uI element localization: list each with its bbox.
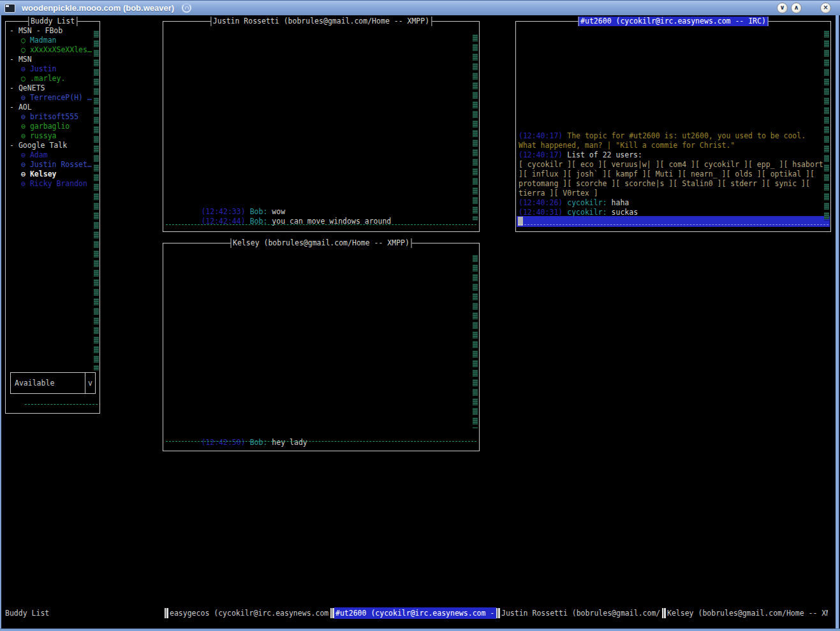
shade-button[interactable]: ∨	[777, 3, 788, 13]
buddy-list: -MSN - FBob ○Madman ○xXxXxXSeXXles… -MSN…	[6, 26, 93, 189]
status-icon: ⊖	[21, 160, 26, 169]
close-button[interactable]: ×	[820, 3, 831, 13]
conversation-window-justin: Justin Rossetti (bobrules@gmail.com/Home…	[163, 21, 480, 232]
taskbar-item-label: #ut2600 (cycokilr@irc.easynews.com -	[334, 607, 496, 619]
buddy-group-aol[interactable]: -AOL	[6, 103, 93, 112]
buddy-name: Justin Rosset…	[30, 160, 92, 169]
buddy-item-britsoft555[interactable]: ⊖britsoft555	[6, 112, 93, 122]
taskbar-item-easygecos[interactable]: easygecos (cycokilr@irc.easynews.com	[165, 607, 330, 619]
message-input[interactable]	[166, 224, 476, 225]
terminal-app-icon	[4, 4, 15, 13]
buddy-list-window: Buddy List -MSN - FBob ○Madman ○xXxXxXSe…	[5, 21, 100, 414]
collapse-indicator: -	[10, 141, 14, 150]
buddy-name: garbaglio	[30, 122, 70, 131]
status-icon: ⊖	[21, 93, 26, 102]
buddy-name: Kelsey	[30, 170, 57, 178]
scrollbar[interactable]	[473, 255, 478, 428]
taskbar-item-kelsey[interactable]: Kelsey (bobrules@gmail.com/Home -- XMP	[662, 607, 828, 619]
chat-message: (12:42:44)Bob:you can move windows aroun…	[166, 207, 391, 236]
message-text: hey lady	[272, 438, 307, 447]
group-label: Google Talk	[18, 141, 67, 150]
status-icon: ○	[21, 45, 26, 54]
terminal-screen: Buddy List -MSN - FBob ○Madman ○xXxXxXSe…	[0, 15, 840, 631]
collapse-indicator: -	[10, 83, 14, 92]
topic-text: What happened, man? | "Kill a commie for…	[519, 141, 735, 150]
timestamp: (12:40:26)	[519, 198, 563, 207]
irc-window-ut2600: #ut2600 (cycokilr@irc.easynews.com -- IR…	[515, 21, 831, 232]
taskbar-item-label: Justin Rossetti (bobrules@gmail.com/	[500, 607, 662, 619]
scrollbar[interactable]	[94, 31, 99, 370]
irc-line: tierra ][ V0rtex ]	[519, 189, 823, 198]
spiral-icon	[182, 3, 191, 13]
message-text: suckas	[612, 208, 638, 217]
buddy-group-msn-fbob[interactable]: -MSN - FBob	[6, 26, 93, 36]
chevron-down-icon: ∨	[779, 4, 785, 11]
buddy-name: Justin	[30, 64, 57, 73]
buddy-group-google-talk[interactable]: -Google Talk	[6, 141, 93, 150]
buddy-group-msn[interactable]: -MSN	[6, 55, 93, 64]
status-icon: ⊖	[21, 170, 26, 178]
window-taskbar: Buddy List easygecos (cycokilr@irc.easyn…	[0, 607, 840, 619]
user-list-text: [ cycokilr ][ eco ][ veruus|w| ][ com4 ]…	[519, 160, 823, 169]
window-title: woodenpickle.mooo.com (bob.weaver)	[22, 3, 174, 13]
buddy-name: Madman	[30, 36, 57, 45]
taskbar-item-ut2600[interactable]: #ut2600 (cycokilr@irc.easynews.com -	[330, 607, 496, 619]
conversation-window-title: Kelsey (bobrules@gmail.com/Home -- XMPP)	[230, 238, 412, 248]
message-text: haha	[612, 198, 630, 207]
taskbar-item-label: Kelsey (bobrules@gmail.com/Home -- XMP	[666, 607, 828, 619]
buddy-name: .marley.	[30, 74, 65, 83]
status-dropdown[interactable]: Available v	[10, 372, 96, 394]
buddy-item-russya[interactable]: ⊖russya	[6, 131, 93, 141]
buddy-item-adam[interactable]: ⊖Adam	[6, 150, 93, 160]
buddy-name: TerrenceP(H) …	[30, 93, 92, 102]
scrollbar[interactable]	[473, 34, 478, 221]
buddy-group-qenets[interactable]: -QeNETS	[6, 83, 93, 93]
timestamp: (12:40:31)	[519, 208, 563, 217]
group-label: AOL	[18, 103, 32, 112]
buddy-list-window-title: Buddy List	[28, 17, 77, 26]
buddy-item-ricky-brandon[interactable]: ⊖Ricky Brandon	[6, 179, 93, 189]
taskbar-item-buddy-list[interactable]: Buddy List	[5, 607, 49, 619]
group-label: QeNETS	[18, 83, 45, 92]
scrollbar[interactable]	[824, 31, 829, 221]
status-icon: ⊖	[21, 131, 26, 140]
text-cursor	[518, 217, 523, 226]
message-text: List of 22 users:	[567, 150, 642, 159]
collapse-indicator: -	[10, 26, 14, 35]
status-icon: ⊖	[21, 179, 26, 188]
buddy-item-justin-rossetti[interactable]: ⊖Justin Rosset…	[6, 160, 93, 170]
buddy-item-garbaglio[interactable]: ⊖garbaglio	[6, 122, 93, 131]
sender-name: cycokilr:	[567, 198, 607, 207]
buddy-item-terrencep[interactable]: ⊖TerrenceP(H) …	[6, 93, 93, 103]
buddy-item-justin[interactable]: ⊖Justin	[6, 64, 93, 74]
close-icon: ×	[823, 4, 828, 11]
buddy-item-madman[interactable]: ○Madman	[6, 36, 93, 45]
irc-line: What happened, man? | "Kill a commie for…	[519, 141, 823, 150]
window-titlebar[interactable]: woodenpickle.mooo.com (bob.weaver) ∨ ∧ ×	[0, 0, 840, 15]
terminal-window: woodenpickle.mooo.com (bob.weaver) ∨ ∧ ×…	[0, 0, 840, 631]
user-list-text: protomang ][ scorche ][ scorche|s ][ Sta…	[519, 179, 810, 188]
message-input[interactable]	[166, 441, 476, 442]
buddy-item-marley[interactable]: ○.marley.	[6, 74, 93, 83]
buddy-name: britsoft555	[30, 112, 78, 121]
sender-name: Bob:	[250, 438, 268, 447]
frame-border-left	[0, 15, 1, 631]
taskbar-items: easygecos (cycokilr@irc.easynews.com #ut…	[165, 607, 828, 619]
buddy-name: russya	[30, 131, 57, 140]
chevron-down-icon: v	[85, 373, 95, 393]
irc-line: (12:40:17)The topic for #ut2600 is: ut26…	[519, 131, 823, 141]
irc-chat-log: (12:40:17)The topic for #ut2600 is: ut26…	[519, 131, 823, 217]
buddy-list-separator	[25, 404, 98, 405]
taskbar-item-justin[interactable]: Justin Rossetti (bobrules@gmail.com/	[496, 607, 662, 619]
unshade-button[interactable]: ∧	[791, 3, 802, 13]
status-dropdown-value: Available	[11, 379, 85, 388]
irc-line: (12:40:17)List of 22 users:	[519, 150, 823, 160]
topic-text: The topic for #ut2600 is: ut2600, you us…	[567, 131, 806, 140]
buddy-item-kelsey[interactable]: ⊖Kelsey	[6, 170, 93, 179]
group-label: MSN - FBob	[18, 26, 63, 35]
status-icon: ⊖	[21, 112, 26, 121]
collapse-indicator: -	[10, 55, 14, 64]
irc-message-input[interactable]	[517, 216, 830, 227]
buddy-item-xxx[interactable]: ○xXxXxXSeXXles…	[6, 45, 93, 55]
taskbar-item-label: easygecos (cycokilr@irc.easynews.com	[168, 607, 330, 619]
